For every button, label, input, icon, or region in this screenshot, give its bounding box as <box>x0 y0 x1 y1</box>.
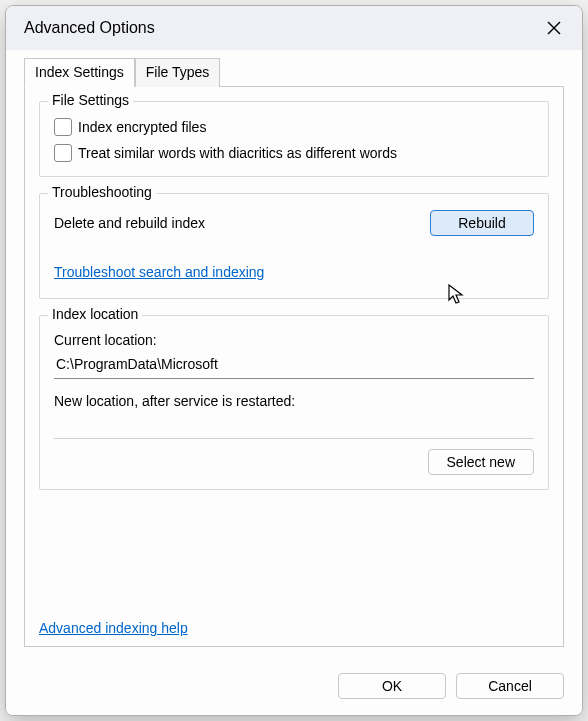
rebuild-button[interactable]: Rebuild <box>430 210 534 236</box>
tab-strip: Index Settings File Types <box>24 58 564 86</box>
close-button[interactable] <box>538 14 570 42</box>
current-location-value: C:\ProgramData\Microsoft <box>54 352 534 379</box>
group-file-settings: File Settings Index encrypted files Trea… <box>39 101 549 177</box>
cancel-button[interactable]: Cancel <box>456 673 564 699</box>
advanced-help-link[interactable]: Advanced indexing help <box>39 620 188 636</box>
troubleshoot-link[interactable]: Troubleshoot search and indexing <box>54 264 264 280</box>
tab-file-types[interactable]: File Types <box>135 58 221 87</box>
encrypt-checkbox[interactable] <box>54 118 72 136</box>
titlebar: Advanced Options <box>6 6 582 50</box>
dialog-window: Advanced Options Index Settings File Typ… <box>5 5 583 716</box>
group-legend: Index location <box>48 306 142 322</box>
dialog-content: Index Settings File Types File Settings … <box>6 50 582 661</box>
checkbox-row-diacritics: Treat similar words with diacritics as d… <box>54 144 534 162</box>
rebuild-label: Delete and rebuild index <box>54 215 205 231</box>
group-index-location: Index location Current location: C:\Prog… <box>39 315 549 490</box>
tab-index-settings[interactable]: Index Settings <box>24 58 135 87</box>
select-new-button[interactable]: Select new <box>428 449 534 475</box>
close-icon <box>547 21 561 35</box>
new-location-label: New location, after service is restarted… <box>54 393 534 409</box>
diacritics-checkbox[interactable] <box>54 144 72 162</box>
new-location-value <box>54 413 534 439</box>
encrypt-label: Index encrypted files <box>78 119 206 135</box>
checkbox-row-encrypt: Index encrypted files <box>54 118 534 136</box>
tab-panel-index-settings: File Settings Index encrypted files Trea… <box>24 86 564 647</box>
dialog-title: Advanced Options <box>24 19 155 37</box>
dialog-footer: OK Cancel <box>6 661 582 715</box>
group-legend: File Settings <box>48 92 133 108</box>
ok-button[interactable]: OK <box>338 673 446 699</box>
group-legend: Troubleshooting <box>48 184 156 200</box>
group-troubleshooting: Troubleshooting Delete and rebuild index… <box>39 193 549 299</box>
diacritics-label: Treat similar words with diacritics as d… <box>78 145 397 161</box>
current-location-label: Current location: <box>54 332 534 348</box>
rebuild-row: Delete and rebuild index Rebuild <box>54 210 534 236</box>
